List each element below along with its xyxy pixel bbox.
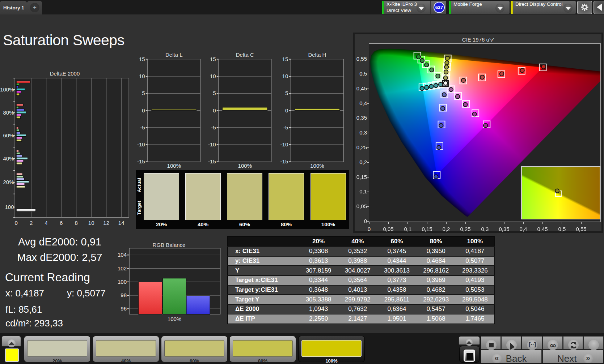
svg-text:-10: -10	[280, 141, 288, 147]
svg-text:12: 12	[103, 220, 109, 226]
svg-text:-5: -5	[140, 124, 145, 130]
svg-text:-15: -15	[280, 158, 288, 164]
svg-text:60%: 60%	[3, 132, 14, 138]
svg-text:104: 104	[118, 252, 127, 258]
svg-text:100%: 100%	[167, 163, 181, 169]
svg-text:10: 10	[210, 73, 216, 79]
svg-text:-5: -5	[211, 124, 216, 130]
svg-text:-10: -10	[137, 141, 145, 147]
svg-text:10: 10	[139, 73, 145, 79]
svg-text:80%: 80%	[3, 110, 14, 116]
svg-text:100: 100	[5, 204, 14, 210]
svg-text:15: 15	[210, 56, 216, 62]
svg-text:0: 0	[213, 107, 216, 114]
svg-text:20%: 20%	[3, 179, 14, 185]
svg-text:-15: -15	[208, 158, 216, 164]
svg-text:4: 4	[45, 220, 48, 226]
svg-text:5: 5	[213, 90, 216, 96]
svg-text:100%: 100%	[0, 86, 14, 93]
svg-text:5: 5	[285, 90, 288, 96]
svg-text:Delta C: Delta C	[236, 52, 254, 58]
svg-text:15: 15	[282, 56, 288, 62]
svg-text:2: 2	[30, 220, 33, 226]
svg-text:100%: 100%	[238, 163, 252, 169]
svg-text:15: 15	[139, 56, 145, 62]
svg-text:102: 102	[118, 265, 127, 271]
svg-text:8: 8	[75, 220, 78, 226]
svg-text:100%: 100%	[168, 316, 181, 322]
svg-text:10: 10	[88, 220, 94, 226]
svg-text:40%: 40%	[3, 155, 14, 162]
svg-text:96: 96	[121, 305, 127, 312]
svg-text:-5: -5	[283, 124, 288, 130]
svg-text:Delta H: Delta H	[308, 52, 326, 58]
svg-text:100%: 100%	[310, 163, 324, 169]
svg-text:5: 5	[142, 90, 145, 96]
svg-text:0: 0	[285, 107, 288, 114]
svg-text:98: 98	[121, 292, 127, 298]
svg-text:DeltaE 2000: DeltaE 2000	[50, 70, 80, 77]
svg-text:6: 6	[60, 220, 63, 226]
svg-text:-15: -15	[137, 158, 145, 164]
svg-text:100: 100	[118, 279, 127, 285]
svg-text:Delta L: Delta L	[165, 52, 183, 58]
svg-text:-10: -10	[208, 141, 216, 147]
svg-text:0: 0	[15, 220, 18, 226]
svg-text:14: 14	[118, 220, 124, 226]
svg-text:10: 10	[282, 73, 288, 79]
svg-text:RGB Balance: RGB Balance	[153, 242, 186, 248]
svg-text:0: 0	[142, 107, 145, 114]
